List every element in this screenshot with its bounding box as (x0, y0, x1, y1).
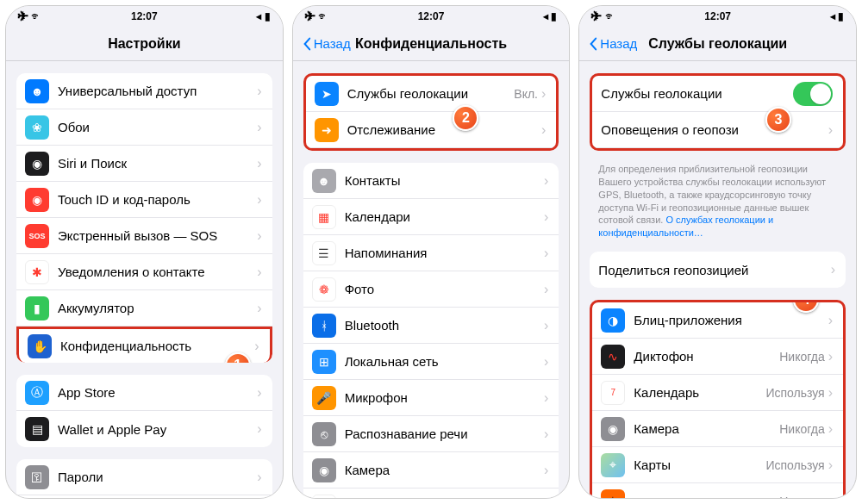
camera-icon: ◉ (312, 458, 336, 482)
value: Никогда (779, 350, 824, 364)
callout-1: 1 (225, 352, 251, 363)
row-bluetooth[interactable]: ᚼBluetooth› (303, 308, 559, 344)
battery-icon: ◂ ▮ (543, 10, 557, 22)
chevron-icon: › (257, 421, 261, 437)
row-calendar-app[interactable]: 7КалендарьИспользуя› (592, 375, 843, 411)
settings-group-2: Ⓐ App Store › ▤ Wallet и Apple Pay › (16, 375, 272, 447)
row-siri[interactable]: ◉ Siri и Поиск › (16, 146, 272, 182)
content: ☻ Универсальный доступ › ❀ Обои › ◉ Siri… (6, 61, 283, 498)
label: Bluetooth (345, 318, 544, 333)
value: Никогда (779, 495, 824, 498)
row-share-location[interactable]: Поделиться геопозицией › (590, 252, 846, 288)
row-photos[interactable]: ❁Фото› (303, 271, 559, 308)
row-privacy[interactable]: ✋ Конфиденциальность › 1 (16, 327, 272, 363)
row-accessibility[interactable]: ☻ Универсальный доступ › (16, 73, 272, 109)
label: Поделиться геопозицией (598, 263, 830, 277)
row-camera-app[interactable]: ◉КамераНикогда› (592, 411, 843, 447)
accessibility-icon: ☻ (25, 79, 49, 103)
label: App Store (58, 385, 257, 400)
chevron-icon: › (544, 426, 548, 442)
row-exposure[interactable]: ✱ Уведомления о контакте › (16, 254, 272, 290)
chevron-icon: › (257, 156, 261, 171)
navbar: Назад Службы геолокации (579, 27, 856, 61)
label: Аккумулятор (58, 301, 257, 315)
value: Никогда (779, 422, 824, 436)
back-button[interactable]: Назад (300, 36, 351, 51)
label: Календари (345, 209, 544, 224)
location-group-apps: 4 ◑Блиц-приложения› ∿ДиктофонНикогда› 7К… (590, 300, 846, 498)
row-reminders[interactable]: ☰Напоминания› (303, 235, 559, 271)
label: Touch ID и код-пароль (58, 192, 257, 207)
row-health[interactable]: ♥Здоровье› (303, 488, 559, 498)
label: Микрофон (345, 390, 544, 405)
chevron-icon: › (828, 349, 833, 364)
label: Фото (345, 282, 544, 296)
touchid-icon: ◉ (25, 188, 49, 212)
label: Уведомления о контакте (58, 264, 257, 279)
row-microphone[interactable]: 🎤Микрофон› (303, 380, 559, 416)
chevron-icon: › (831, 262, 835, 277)
phone-settings: ✈ ᯤ 12:07 ◂ ▮ Настройки ☻ Универсальный … (5, 5, 284, 499)
chevron-icon: › (254, 339, 259, 354)
row-kinopoisk[interactable]: ✳КинопоискНикогда› (592, 483, 843, 498)
chevron-icon: › (828, 494, 833, 498)
chevron-icon: › (257, 120, 261, 135)
back-button[interactable]: Назад (586, 36, 637, 51)
row-battery[interactable]: ▮ Аккумулятор › (16, 290, 272, 327)
row-wallpaper[interactable]: ❀ Обои › (16, 109, 272, 146)
row-wallet[interactable]: ▤ Wallet и Apple Pay › (16, 411, 272, 447)
row-maps-app[interactable]: ⌖КартыИспользуя› (592, 447, 843, 483)
status-time: 12:07 (131, 10, 158, 22)
chevron-icon: › (257, 84, 261, 99)
row-appstore[interactable]: Ⓐ App Store › (16, 375, 272, 411)
row-calendars[interactable]: ▦Календари› (303, 199, 559, 235)
row-sos[interactable]: SOS Экстренный вызов — SOS › (16, 218, 272, 254)
row-local-network[interactable]: ⊞Локальная сеть› (303, 344, 559, 380)
battery-row-icon: ▮ (25, 296, 49, 320)
calendar-icon: ▦ (312, 205, 336, 229)
label: Службы геолокации (601, 86, 793, 101)
row-tracking[interactable]: ➜ Отслеживание › (306, 112, 557, 148)
label: Контакты (345, 173, 544, 188)
label: Отслеживание (347, 122, 541, 137)
row-mail[interactable]: ✉ Почта › (16, 495, 272, 498)
label: Пароли (58, 470, 257, 484)
chevron-icon: › (828, 385, 833, 401)
reminders-icon: ☰ (312, 241, 336, 265)
row-voice-memos[interactable]: ∿ДиктофонНикогда› (592, 339, 843, 375)
chevron-icon: › (828, 457, 833, 473)
location-group-1: Службы геолокации Оповещения о геопози ›… (590, 73, 846, 151)
row-touchid[interactable]: ◉ Touch ID и код-пароль › (16, 182, 272, 218)
privacy-group-1: ➤ Службы геолокации Вкл. › ➜ Отслеживани… (303, 73, 559, 151)
appclip-icon: ◑ (601, 308, 625, 333)
row-passwords[interactable]: ⚿ Пароли › (16, 459, 272, 495)
bluetooth-icon: ᚼ (312, 314, 336, 338)
row-contacts[interactable]: ☻Контакты› (303, 163, 559, 199)
mic-icon: 🎤 (312, 386, 336, 410)
navbar: Настройки (6, 27, 283, 61)
row-speech[interactable]: ⎋Распознавание речи› (303, 416, 559, 452)
toggle-location[interactable] (793, 82, 833, 106)
status-bar: ✈ ᯤ 12:07 ◂ ▮ (579, 6, 856, 27)
chevron-icon: › (541, 86, 546, 102)
row-location-alerts[interactable]: Оповещения о геопози › (592, 112, 843, 148)
chevron-left-icon (300, 37, 314, 51)
value: Вкл. (514, 87, 538, 101)
camera-app-icon: ◉ (601, 417, 625, 441)
status-bar: ✈ ᯤ 12:07 ◂ ▮ (293, 6, 570, 27)
row-camera[interactable]: ◉Камера› (303, 452, 559, 488)
label: Siri и Поиск (58, 156, 257, 171)
status-time: 12:07 (418, 10, 445, 22)
location-icon: ➤ (315, 82, 339, 106)
battery-icon: ◂ ▮ (830, 10, 844, 22)
row-location-toggle[interactable]: Службы геолокации (592, 76, 843, 112)
battery-icon: ◂ ▮ (256, 10, 270, 22)
chevron-icon: › (828, 421, 833, 437)
value: Используя (765, 458, 824, 472)
row-location-services[interactable]: ➤ Службы геолокации Вкл. › (306, 76, 557, 112)
label: Карты (634, 457, 765, 472)
label: Диктофон (634, 349, 779, 364)
settings-group-3: ⚿ Пароли › ✉ Почта › (16, 459, 272, 498)
chevron-icon: › (828, 122, 833, 138)
voicememo-icon: ∿ (601, 345, 625, 369)
